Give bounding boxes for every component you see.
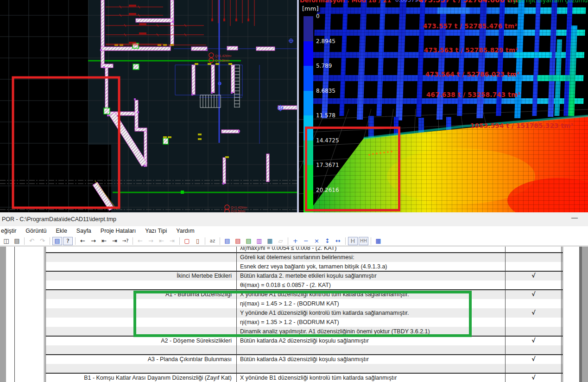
row-text: θi(max) = 0.018 ≤ 0.0857 - (2. KAT) (236, 280, 505, 290)
table-row: A3 - Planda Çıkıntılar BulunmasıBütün ka… (45, 355, 563, 364)
nav-back-button[interactable]: ← (78, 237, 88, 245)
table-vertical-line (505, 247, 506, 382)
doc-purple-button[interactable]: ▥ (254, 237, 264, 245)
row-check-empty (506, 345, 561, 355)
force-label: 467.638 t / 53258.743 tm² (426, 91, 520, 98)
row-text: X yönünde B1 düzensizliği kontrolü tüm k… (236, 373, 505, 382)
menu-sayfa[interactable]: Sayfa (72, 226, 96, 236)
fem-3d-viewport[interactable]: Deformasyon : Mod 18 / 21 0.005796, 473.… (299, 0, 588, 212)
window-title: POR - C:\ProgramData\ideCAD11\iderpt.tmp (2, 216, 116, 223)
row-check-empty (506, 280, 561, 290)
row-check-icon: √ (506, 308, 561, 318)
legend-segment (303, 41, 313, 66)
table-vertical-line (45, 247, 46, 382)
report-view-button[interactable]: ▤ (52, 237, 62, 245)
toolbar-separator (75, 237, 76, 245)
fem-annotation-red-box (305, 127, 400, 211)
table-row: İkinci Mertebe EtkileriBütün katlarda 2.… (45, 271, 563, 280)
nav-forward-button[interactable]: → (89, 237, 98, 245)
nav-last-error-button[interactable]: ⇥ (167, 237, 177, 245)
table-row (45, 364, 563, 373)
load-label-2: Q=0.5t/m² (215, 59, 230, 63)
menu-ekle[interactable]: Ekle (51, 226, 72, 236)
legend-tick-label: 8.6835 (316, 88, 335, 94)
menu-bar: eğiştirGörüntüEkleSayfaProje HatalarıYaz… (0, 226, 588, 236)
toolbar-separator (24, 237, 25, 245)
row-label: İkinci Mertebe Etkileri (45, 271, 236, 280)
minimize-button[interactable]: — (569, 214, 580, 221)
menu-yazi-tipi[interactable]: Yazı Tipi (140, 226, 171, 236)
report-content[interactable]: λi(max)/hi = 0.0054 ≤ 0.008 - (2. KAT)Gö… (0, 247, 588, 382)
row-text: Bütün katlarda A3 düzensizliği koşulu sa… (236, 355, 505, 364)
table-grid-button[interactable]: ▦ (373, 237, 383, 245)
toolbar-separator (220, 237, 220, 245)
selection-nodes-button[interactable]: ▢ (182, 237, 192, 245)
table-row: B1 - Komşu Katlar Arası Dayanım Düzensiz… (45, 373, 563, 382)
table-row: A2 - Döşeme SüreksizlikleriBütün katlard… (45, 336, 563, 345)
table-annotation-green-box (133, 291, 472, 337)
nav-goto-button[interactable]: →? (120, 237, 130, 245)
print-preview-button[interactable]: ◫ (1, 237, 11, 245)
single-page-button[interactable]: Η (348, 237, 358, 245)
section-border (45, 354, 563, 355)
menu-degistir[interactable]: eğiştir (0, 226, 21, 236)
row-check-empty (506, 327, 561, 336)
row-check-icon: √ (506, 290, 561, 299)
undo-button[interactable]: ↶ (27, 237, 37, 245)
cad-plan-drawing: Q=1.42t/m² Q=0.5t/m² Q=1.42t/m² Q=0.5t/m… (0, 0, 297, 212)
zoom-out-button[interactable]: − (301, 237, 311, 245)
row-check-icon: √ (506, 271, 561, 280)
table-vertical-line (44, 247, 44, 382)
doc-disabled-button[interactable]: ▱ (276, 237, 285, 245)
doc-green-button[interactable]: ▤ (244, 237, 253, 245)
menu-goruntu[interactable]: Görüntü (21, 226, 51, 236)
print-button[interactable]: ▤ (12, 237, 22, 245)
fem-header-solver-label: z yarı rijit diyafram çözümü (508, 0, 588, 4)
section-border (45, 373, 563, 374)
nav-first-error-button[interactable]: ⇤ (157, 237, 166, 245)
fit-height-button[interactable]: ↕ (322, 237, 332, 245)
table-vertical-line (563, 247, 563, 382)
viewport-area: Q=1.42t/m² Q=0.5t/m² Q=1.42t/m² Q=0.5t/m… (0, 0, 588, 212)
row-check-icon: √ (506, 336, 561, 345)
toolbar-separator (50, 237, 50, 245)
double-page-button[interactable]: ΗΗ (359, 237, 368, 245)
load-label-1: Q=1.42t/m² (215, 54, 232, 58)
text-case-button[interactable]: az (208, 237, 217, 245)
doc-blue-button[interactable]: ▤ (222, 237, 232, 245)
force-label: 473.564 t / 52786.023 tm² (425, 70, 519, 78)
page-setup-button[interactable]: ▯ (193, 237, 202, 245)
row-check-empty (506, 253, 561, 262)
app-root: Q=1.42t/m² Q=0.5t/m² Q=1.42t/m² Q=0.5t/m… (0, 0, 588, 382)
doc-grid-button[interactable]: ▦ (265, 237, 275, 245)
zoom-in-button[interactable]: + (291, 237, 300, 245)
section-border (45, 271, 563, 272)
force-label: 1053.594 t / 151785.323 tm² (470, 122, 574, 129)
doc-red-button[interactable]: ▤ (233, 237, 243, 245)
row-check-empty (506, 364, 561, 373)
legend-segment (303, 66, 313, 91)
row-label (45, 364, 236, 373)
row-label (45, 345, 236, 355)
menu-proje-hatalari[interactable]: Proje Hataları (96, 226, 140, 236)
table-vertical-line (14, 247, 15, 382)
help-contents-button[interactable]: ? (63, 237, 73, 245)
zoom-reset-button[interactable]: × (312, 237, 322, 245)
force-label: 473.563 t / 52785.829 tm² (424, 46, 518, 54)
menu-yardim[interactable]: Yardım (171, 226, 199, 236)
row-label: B1 - Komşu Katlar Arası Dayanım Düzensiz… (45, 373, 236, 382)
fit-width-button[interactable]: ↔ (333, 237, 343, 245)
redo-button[interactable]: ↷ (38, 237, 47, 245)
cad-plan-viewport[interactable]: Q=1.42t/m² Q=0.5t/m² Q=1.42t/m² Q=0.5t/m… (0, 0, 297, 212)
row-check-empty (506, 318, 561, 327)
toolbar: ◫▤↶↷▤?←→⇤⇥→?←→⇤⇥▢▯az▤▤▤▥▦▱+−×↕↔ΗΗΗ▦ (0, 236, 588, 246)
toolbar-separator (133, 237, 133, 245)
nav-back-error-button[interactable]: ← (135, 237, 145, 245)
row-check-empty (506, 262, 561, 271)
table-row: Göreli kat ötelemesi sınırlarının belirl… (45, 253, 563, 262)
window-titlebar[interactable]: POR - C:\ProgramData\ideCAD11\iderpt.tmp… (0, 212, 588, 227)
nav-forward-error-button[interactable]: → (146, 237, 156, 245)
nav-last-button[interactable]: ⇥ (110, 237, 120, 245)
nav-first-button[interactable]: ⇤ (99, 237, 109, 245)
toolbar-separator (179, 237, 180, 245)
